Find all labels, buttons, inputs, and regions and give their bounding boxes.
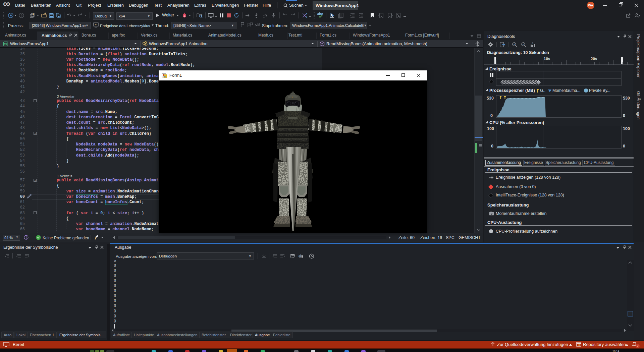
- svg-text:ab: ab: [299, 254, 302, 257]
- svg-text:C#: C#: [4, 43, 8, 46]
- svg-text:H: H: [578, 344, 580, 346]
- svg-text:?: ?: [532, 42, 533, 44]
